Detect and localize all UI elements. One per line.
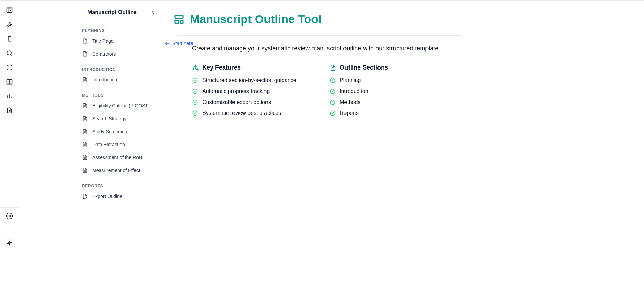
collapse-sidebar-button[interactable] [149, 9, 156, 16]
feature-item: Systematic review best practices [192, 110, 316, 116]
svg-point-47 [330, 100, 335, 105]
file-icon [82, 167, 88, 173]
svg-line-5 [11, 55, 12, 56]
sidebar-item-label: Export Outline [92, 194, 123, 199]
main-content: Manuscript Outline Tool Start here Creat… [163, 1, 644, 304]
section-label: PLANNING [81, 28, 156, 33]
outline-title: Outline Sections [340, 64, 388, 71]
left-rail [0, 1, 19, 304]
feature-item: Automatic progress tracking [192, 88, 316, 94]
svg-marker-16 [7, 241, 12, 245]
file-icon [82, 141, 88, 148]
sidebar-item-label: Assessment of the RoB [92, 155, 142, 160]
start-here-hint: Start here [165, 41, 193, 47]
file-icon [82, 116, 88, 122]
svg-point-48 [330, 111, 335, 116]
document-icon[interactable] [6, 107, 13, 114]
sidebar-panel: Manuscript Outline PLANNINGTitle PageCo-… [19, 1, 163, 304]
feature-item: Customizable export options [192, 99, 316, 105]
features-title: Key Features [202, 64, 241, 71]
panel-toggle-icon[interactable] [6, 7, 13, 14]
check-circle-icon [329, 99, 336, 105]
page-title: Manuscript Outline Tool [190, 13, 322, 26]
svg-point-39 [193, 78, 197, 83]
sidebar-item-label: Measurement of Effect [92, 168, 140, 173]
sparkles-icon [192, 64, 199, 71]
check-circle-icon [192, 77, 198, 83]
section-label: REPORTS [81, 184, 156, 188]
svg-point-15 [9, 215, 11, 217]
file-list-icon [329, 64, 336, 71]
clipboard-icon[interactable] [6, 35, 13, 42]
table-icon[interactable] [6, 78, 13, 85]
sidebar-item-label: Eligibility Criteria (PICOST) [92, 103, 150, 108]
section-label: METHODS [81, 93, 156, 98]
check-circle-icon [192, 88, 198, 94]
svg-rect-37 [180, 20, 183, 23]
file-icon [82, 128, 88, 135]
filter-icon[interactable] [6, 64, 13, 71]
file-icon [82, 77, 88, 83]
sidebar-item-label: Study Screening [92, 129, 127, 134]
sidebar-item[interactable]: Co-authors [81, 47, 156, 60]
sidebar-item-label: Data Extraction [92, 142, 125, 147]
check-circle-icon [329, 88, 336, 94]
section-label: INTRODUCTION [81, 67, 156, 72]
file-icon [82, 51, 88, 57]
check-circle-icon [329, 77, 336, 83]
sidebar-item-label: Search Strategy [92, 116, 126, 121]
chart-icon[interactable] [6, 93, 13, 100]
lightning-button[interactable] [5, 238, 14, 248]
svg-point-46 [330, 89, 335, 94]
sidebar-item[interactable]: Data Extraction [81, 138, 156, 151]
outline-item: Methods [329, 99, 453, 105]
svg-point-4 [7, 51, 11, 55]
file-export-icon [82, 193, 88, 199]
start-here-label: Start here [172, 41, 193, 47]
feature-label: Systematic review best practices [202, 110, 281, 116]
outline-item: Introduction [329, 88, 453, 94]
sidebar-item[interactable]: Assessment of the RoB [81, 151, 156, 164]
svg-rect-6 [7, 65, 12, 70]
sidebar-item-label: Title Page [92, 38, 114, 44]
outline-item: Planning [329, 77, 453, 83]
sidebar-item[interactable]: Eligibility Criteria (PICOST) [81, 99, 156, 112]
outline-label: Introduction [340, 88, 368, 94]
svg-rect-35 [175, 15, 183, 18]
intro-card: Start here Create and manage your system… [175, 35, 463, 132]
feature-label: Automatic progress tracking [202, 88, 270, 94]
file-icon [82, 154, 88, 161]
sidebar-item[interactable]: Study Screening [81, 125, 156, 138]
sidebar-title: Manuscript Outline [87, 9, 137, 15]
check-circle-icon [192, 99, 198, 105]
feature-label: Customizable export options [202, 99, 271, 105]
sidebar-item-label: Co-authors [92, 51, 116, 57]
card-description: Create and manage your systematic review… [184, 44, 453, 53]
svg-rect-0 [7, 8, 12, 12]
settings-icon[interactable] [6, 213, 13, 219]
check-circle-icon [192, 110, 198, 116]
sidebar-item[interactable]: Title Page [81, 34, 156, 47]
file-icon [82, 38, 88, 44]
sidebar-item[interactable]: Export Outline [81, 190, 156, 203]
wrench-icon[interactable] [6, 21, 13, 28]
svg-point-40 [193, 89, 197, 94]
sidebar-item[interactable]: Search Strategy [81, 112, 156, 125]
svg-rect-36 [175, 20, 179, 23]
svg-point-45 [330, 78, 335, 83]
outline-label: Planning [340, 77, 361, 83]
svg-point-41 [193, 100, 197, 105]
layout-template-icon [174, 14, 184, 25]
outline-label: Methods [340, 99, 360, 105]
sidebar-item[interactable]: Introduction [81, 73, 156, 86]
feature-item: Structured section-by-section guidance [192, 77, 316, 83]
file-icon [82, 103, 88, 109]
outline-item: Reports [329, 110, 453, 116]
check-circle-icon [329, 110, 336, 116]
feature-label: Structured section-by-section guidance [202, 77, 296, 83]
sidebar-item-label: Introduction [92, 77, 117, 82]
sidebar-item[interactable]: Measurement of Effect [81, 164, 156, 177]
svg-point-42 [193, 111, 197, 116]
outline-label: Reports [340, 110, 359, 116]
search-icon[interactable] [6, 50, 13, 57]
